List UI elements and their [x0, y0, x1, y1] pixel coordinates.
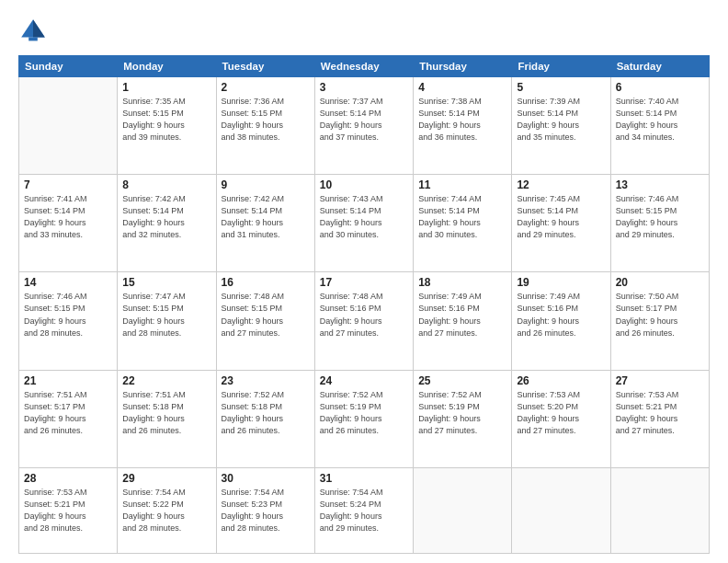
day-info: Sunrise: 7:46 AM Sunset: 5:15 PM Dayligh… [616, 193, 704, 241]
calendar-cell: 8Sunrise: 7:42 AM Sunset: 5:14 PM Daylig… [118, 175, 216, 272]
day-number: 6 [616, 81, 704, 94]
day-info: Sunrise: 7:54 AM Sunset: 5:24 PM Dayligh… [320, 487, 408, 534]
day-number: 1 [122, 81, 210, 94]
calendar-cell: 31Sunrise: 7:54 AM Sunset: 5:24 PM Dayli… [314, 467, 413, 553]
day-header-friday: Friday [512, 56, 610, 77]
day-number: 14 [24, 276, 112, 289]
calendar-cell: 5Sunrise: 7:39 AM Sunset: 5:14 PM Daylig… [512, 77, 610, 175]
calendar-cell: 22Sunrise: 7:51 AM Sunset: 5:18 PM Dayli… [118, 370, 216, 467]
day-info: Sunrise: 7:48 AM Sunset: 5:16 PM Dayligh… [320, 291, 408, 339]
day-info: Sunrise: 7:42 AM Sunset: 5:14 PM Dayligh… [122, 193, 210, 241]
day-number: 7 [24, 178, 112, 191]
day-number: 8 [122, 178, 210, 191]
calendar-cell: 27Sunrise: 7:53 AM Sunset: 5:21 PM Dayli… [610, 370, 709, 467]
day-header-sunday: Sunday [19, 56, 118, 77]
header [18, 17, 710, 46]
day-number: 3 [320, 81, 408, 94]
day-info: Sunrise: 7:50 AM Sunset: 5:17 PM Dayligh… [616, 291, 704, 339]
day-info: Sunrise: 7:49 AM Sunset: 5:16 PM Dayligh… [517, 291, 605, 339]
calendar-cell: 2Sunrise: 7:36 AM Sunset: 5:15 PM Daylig… [216, 77, 314, 175]
day-number: 11 [418, 178, 506, 191]
day-number: 15 [122, 276, 210, 289]
calendar-cell: 20Sunrise: 7:50 AM Sunset: 5:17 PM Dayli… [610, 272, 709, 370]
day-number: 19 [517, 276, 605, 289]
calendar-cell: 16Sunrise: 7:48 AM Sunset: 5:15 PM Dayli… [216, 272, 314, 370]
day-info: Sunrise: 7:53 AM Sunset: 5:20 PM Dayligh… [517, 389, 605, 437]
day-info: Sunrise: 7:47 AM Sunset: 5:15 PM Dayligh… [122, 291, 210, 339]
week-row-3: 21Sunrise: 7:51 AM Sunset: 5:17 PM Dayli… [19, 370, 710, 467]
calendar-cell: 11Sunrise: 7:44 AM Sunset: 5:14 PM Dayli… [414, 175, 512, 272]
day-info: Sunrise: 7:38 AM Sunset: 5:14 PM Dayligh… [418, 96, 506, 144]
day-info: Sunrise: 7:48 AM Sunset: 5:15 PM Dayligh… [222, 291, 310, 339]
day-number: 10 [320, 178, 408, 191]
svg-marker-1 [33, 19, 45, 37]
day-number: 24 [320, 374, 408, 387]
day-header-monday: Monday [118, 56, 216, 77]
calendar-cell: 3Sunrise: 7:37 AM Sunset: 5:14 PM Daylig… [314, 77, 413, 175]
calendar-cell: 18Sunrise: 7:49 AM Sunset: 5:16 PM Dayli… [414, 272, 512, 370]
day-info: Sunrise: 7:51 AM Sunset: 5:18 PM Dayligh… [122, 389, 210, 437]
day-info: Sunrise: 7:35 AM Sunset: 5:15 PM Dayligh… [122, 96, 210, 144]
day-info: Sunrise: 7:39 AM Sunset: 5:14 PM Dayligh… [517, 96, 605, 144]
day-number: 9 [222, 178, 310, 191]
day-info: Sunrise: 7:42 AM Sunset: 5:14 PM Dayligh… [222, 193, 310, 241]
day-number: 12 [517, 178, 605, 191]
calendar-cell: 13Sunrise: 7:46 AM Sunset: 5:15 PM Dayli… [610, 175, 709, 272]
day-number: 21 [24, 374, 112, 387]
day-info: Sunrise: 7:54 AM Sunset: 5:23 PM Dayligh… [222, 487, 310, 534]
day-number: 4 [418, 81, 506, 94]
day-header-row: SundayMondayTuesdayWednesdayThursdayFrid… [19, 56, 710, 77]
day-number: 30 [222, 472, 310, 485]
day-number: 16 [222, 276, 310, 289]
calendar-cell: 9Sunrise: 7:42 AM Sunset: 5:14 PM Daylig… [216, 175, 314, 272]
day-number: 17 [320, 276, 408, 289]
calendar-cell: 19Sunrise: 7:49 AM Sunset: 5:16 PM Dayli… [512, 272, 610, 370]
day-info: Sunrise: 7:49 AM Sunset: 5:16 PM Dayligh… [418, 291, 506, 339]
calendar-cell: 30Sunrise: 7:54 AM Sunset: 5:23 PM Dayli… [216, 467, 314, 553]
day-number: 22 [122, 374, 210, 387]
day-info: Sunrise: 7:41 AM Sunset: 5:14 PM Dayligh… [24, 193, 112, 241]
day-number: 5 [517, 81, 605, 94]
day-info: Sunrise: 7:37 AM Sunset: 5:14 PM Dayligh… [320, 96, 408, 144]
calendar-header: SundayMondayTuesdayWednesdayThursdayFrid… [19, 56, 710, 77]
day-number: 28 [24, 472, 112, 485]
calendar-cell: 7Sunrise: 7:41 AM Sunset: 5:14 PM Daylig… [19, 175, 118, 272]
calendar-cell: 29Sunrise: 7:54 AM Sunset: 5:22 PM Dayli… [118, 467, 216, 553]
day-info: Sunrise: 7:53 AM Sunset: 5:21 PM Dayligh… [24, 487, 112, 534]
week-row-2: 14Sunrise: 7:46 AM Sunset: 5:15 PM Dayli… [19, 272, 710, 370]
calendar-cell: 6Sunrise: 7:40 AM Sunset: 5:14 PM Daylig… [610, 77, 709, 175]
day-number: 23 [222, 374, 310, 387]
calendar-cell: 23Sunrise: 7:52 AM Sunset: 5:18 PM Dayli… [216, 370, 314, 467]
logo-icon [18, 17, 48, 46]
day-info: Sunrise: 7:54 AM Sunset: 5:22 PM Dayligh… [122, 487, 210, 534]
day-header-saturday: Saturday [610, 56, 709, 77]
day-number: 2 [222, 81, 310, 94]
calendar-cell: 14Sunrise: 7:46 AM Sunset: 5:15 PM Dayli… [19, 272, 118, 370]
day-info: Sunrise: 7:52 AM Sunset: 5:19 PM Dayligh… [418, 389, 506, 437]
calendar: SundayMondayTuesdayWednesdayThursdayFrid… [18, 55, 710, 554]
day-number: 13 [616, 178, 704, 191]
calendar-cell: 17Sunrise: 7:48 AM Sunset: 5:16 PM Dayli… [314, 272, 413, 370]
day-info: Sunrise: 7:36 AM Sunset: 5:15 PM Dayligh… [222, 96, 310, 144]
day-info: Sunrise: 7:46 AM Sunset: 5:15 PM Dayligh… [24, 291, 112, 339]
day-header-tuesday: Tuesday [216, 56, 314, 77]
day-info: Sunrise: 7:43 AM Sunset: 5:14 PM Dayligh… [320, 193, 408, 241]
day-info: Sunrise: 7:52 AM Sunset: 5:19 PM Dayligh… [320, 389, 408, 437]
calendar-cell [414, 467, 512, 553]
calendar-cell: 12Sunrise: 7:45 AM Sunset: 5:14 PM Dayli… [512, 175, 610, 272]
page: SundayMondayTuesdayWednesdayThursdayFrid… [0, 0, 728, 563]
svg-rect-2 [28, 37, 38, 40]
day-number: 25 [418, 374, 506, 387]
calendar-cell: 28Sunrise: 7:53 AM Sunset: 5:21 PM Dayli… [19, 467, 118, 553]
logo [18, 17, 51, 46]
calendar-cell: 15Sunrise: 7:47 AM Sunset: 5:15 PM Dayli… [118, 272, 216, 370]
day-header-wednesday: Wednesday [314, 56, 413, 77]
calendar-cell: 4Sunrise: 7:38 AM Sunset: 5:14 PM Daylig… [414, 77, 512, 175]
day-info: Sunrise: 7:52 AM Sunset: 5:18 PM Dayligh… [222, 389, 310, 437]
day-number: 18 [418, 276, 506, 289]
day-number: 31 [320, 472, 408, 485]
day-info: Sunrise: 7:44 AM Sunset: 5:14 PM Dayligh… [418, 193, 506, 241]
calendar-cell: 24Sunrise: 7:52 AM Sunset: 5:19 PM Dayli… [314, 370, 413, 467]
calendar-cell [610, 467, 709, 553]
calendar-cell [19, 77, 118, 175]
